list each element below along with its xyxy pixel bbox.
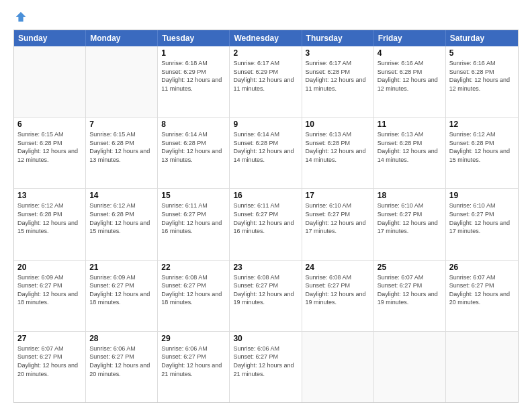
day-number: 26 <box>449 263 515 272</box>
calendar-cell: 4Sunrise: 6:16 AM Sunset: 6:28 PM Daylig… <box>374 46 446 117</box>
day-info: Sunrise: 6:12 AM Sunset: 6:28 PM Dayligh… <box>449 130 515 164</box>
calendar-cell: 22Sunrise: 6:08 AM Sunset: 6:27 PM Dayli… <box>158 261 230 331</box>
day-number: 23 <box>233 263 298 272</box>
day-number: 21 <box>89 263 154 272</box>
calendar-cell: 10Sunrise: 6:13 AM Sunset: 6:28 PM Dayli… <box>302 118 374 188</box>
calendar-cell: 28Sunrise: 6:06 AM Sunset: 6:27 PM Dayli… <box>86 332 158 402</box>
calendar-cell: 19Sunrise: 6:10 AM Sunset: 6:27 PM Dayli… <box>446 189 518 259</box>
page: SundayMondayTuesdayWednesdayThursdayFrid… <box>0 0 532 411</box>
day-number: 27 <box>17 334 82 343</box>
calendar-cell: 23Sunrise: 6:08 AM Sunset: 6:27 PM Dayli… <box>230 261 302 331</box>
calendar-cell <box>14 46 86 117</box>
calendar-cell: 18Sunrise: 6:10 AM Sunset: 6:27 PM Dayli… <box>374 189 446 259</box>
day-info: Sunrise: 6:08 AM Sunset: 6:27 PM Dayligh… <box>306 273 370 307</box>
cal-header-day: Thursday <box>302 30 374 46</box>
logo <box>13 11 27 23</box>
calendar-cell: 3Sunrise: 6:17 AM Sunset: 6:28 PM Daylig… <box>302 46 374 117</box>
day-number: 11 <box>378 120 442 129</box>
calendar-cell: 9Sunrise: 6:14 AM Sunset: 6:28 PM Daylig… <box>230 118 302 188</box>
calendar-cell: 26Sunrise: 6:07 AM Sunset: 6:27 PM Dayli… <box>446 261 518 331</box>
calendar-cell: 7Sunrise: 6:15 AM Sunset: 6:28 PM Daylig… <box>86 118 158 188</box>
day-number: 6 <box>17 120 82 129</box>
day-number: 25 <box>378 263 442 272</box>
calendar-cell: 1Sunrise: 6:18 AM Sunset: 6:29 PM Daylig… <box>158 46 230 117</box>
calendar-cell: 5Sunrise: 6:16 AM Sunset: 6:28 PM Daylig… <box>446 46 518 117</box>
day-number: 9 <box>233 120 298 129</box>
day-number: 7 <box>89 120 154 129</box>
day-info: Sunrise: 6:11 AM Sunset: 6:27 PM Dayligh… <box>233 201 298 235</box>
day-info: Sunrise: 6:06 AM Sunset: 6:27 PM Dayligh… <box>161 345 226 378</box>
day-info: Sunrise: 6:15 AM Sunset: 6:28 PM Dayligh… <box>17 130 82 164</box>
day-number: 30 <box>233 334 298 343</box>
day-number: 19 <box>449 191 515 200</box>
calendar-cell: 16Sunrise: 6:11 AM Sunset: 6:27 PM Dayli… <box>230 189 302 259</box>
day-number: 22 <box>161 263 226 272</box>
day-number: 10 <box>306 120 370 129</box>
day-number: 4 <box>378 48 442 58</box>
day-info: Sunrise: 6:16 AM Sunset: 6:28 PM Dayligh… <box>378 59 442 93</box>
day-info: Sunrise: 6:07 AM Sunset: 6:27 PM Dayligh… <box>17 345 82 378</box>
day-number: 3 <box>306 48 370 58</box>
day-info: Sunrise: 6:09 AM Sunset: 6:27 PM Dayligh… <box>89 273 154 307</box>
day-info: Sunrise: 6:12 AM Sunset: 6:28 PM Dayligh… <box>89 201 154 235</box>
calendar-row: 13Sunrise: 6:12 AM Sunset: 6:28 PM Dayli… <box>14 188 518 259</box>
calendar-cell <box>446 332 518 402</box>
day-number: 17 <box>306 191 370 200</box>
day-number: 18 <box>378 191 442 200</box>
calendar-cell: 8Sunrise: 6:14 AM Sunset: 6:28 PM Daylig… <box>158 118 230 188</box>
day-info: Sunrise: 6:08 AM Sunset: 6:27 PM Dayligh… <box>233 273 298 307</box>
calendar-row: 1Sunrise: 6:18 AM Sunset: 6:29 PM Daylig… <box>14 46 518 117</box>
day-number: 29 <box>161 334 226 343</box>
calendar-row: 27Sunrise: 6:07 AM Sunset: 6:27 PM Dayli… <box>14 331 518 402</box>
calendar-cell: 24Sunrise: 6:08 AM Sunset: 6:27 PM Dayli… <box>302 261 374 331</box>
calendar-cell <box>374 332 446 402</box>
calendar-cell: 15Sunrise: 6:11 AM Sunset: 6:27 PM Dayli… <box>158 189 230 259</box>
calendar-cell: 13Sunrise: 6:12 AM Sunset: 6:28 PM Dayli… <box>14 189 86 259</box>
calendar-cell: 30Sunrise: 6:06 AM Sunset: 6:27 PM Dayli… <box>230 332 302 402</box>
calendar-cell: 29Sunrise: 6:06 AM Sunset: 6:27 PM Dayli… <box>158 332 230 402</box>
day-number: 8 <box>161 120 226 129</box>
day-info: Sunrise: 6:09 AM Sunset: 6:27 PM Dayligh… <box>17 273 82 307</box>
day-info: Sunrise: 6:07 AM Sunset: 6:27 PM Dayligh… <box>449 273 515 307</box>
day-info: Sunrise: 6:07 AM Sunset: 6:27 PM Dayligh… <box>378 273 442 307</box>
day-info: Sunrise: 6:06 AM Sunset: 6:27 PM Dayligh… <box>89 345 154 378</box>
cal-header-day: Wednesday <box>230 30 302 46</box>
calendar-header: SundayMondayTuesdayWednesdayThursdayFrid… <box>14 30 518 46</box>
cal-header-day: Friday <box>374 30 446 46</box>
calendar-body: 1Sunrise: 6:18 AM Sunset: 6:29 PM Daylig… <box>14 46 518 402</box>
day-info: Sunrise: 6:06 AM Sunset: 6:27 PM Dayligh… <box>233 345 298 378</box>
day-number: 14 <box>89 191 154 200</box>
day-number: 15 <box>161 191 226 200</box>
calendar-row: 20Sunrise: 6:09 AM Sunset: 6:27 PM Dayli… <box>14 260 518 331</box>
logo-icon <box>15 11 27 23</box>
day-info: Sunrise: 6:15 AM Sunset: 6:28 PM Dayligh… <box>89 130 154 164</box>
cal-header-day: Sunday <box>14 30 86 46</box>
day-number: 20 <box>17 263 82 272</box>
day-number: 24 <box>306 263 370 272</box>
calendar-cell: 17Sunrise: 6:10 AM Sunset: 6:27 PM Dayli… <box>302 189 374 259</box>
cal-header-day: Saturday <box>446 30 518 46</box>
calendar-cell: 14Sunrise: 6:12 AM Sunset: 6:28 PM Dayli… <box>86 189 158 259</box>
calendar-row: 6Sunrise: 6:15 AM Sunset: 6:28 PM Daylig… <box>14 117 518 188</box>
day-info: Sunrise: 6:17 AM Sunset: 6:28 PM Dayligh… <box>306 59 370 93</box>
calendar-cell: 21Sunrise: 6:09 AM Sunset: 6:27 PM Dayli… <box>86 261 158 331</box>
cal-header-day: Tuesday <box>158 30 230 46</box>
day-info: Sunrise: 6:18 AM Sunset: 6:29 PM Dayligh… <box>161 59 226 93</box>
day-number: 13 <box>17 191 82 200</box>
day-number: 1 <box>161 48 226 58</box>
day-number: 2 <box>233 48 298 58</box>
day-number: 16 <box>233 191 298 200</box>
calendar-cell: 27Sunrise: 6:07 AM Sunset: 6:27 PM Dayli… <box>14 332 86 402</box>
cal-header-day: Monday <box>86 30 158 46</box>
calendar-cell: 6Sunrise: 6:15 AM Sunset: 6:28 PM Daylig… <box>14 118 86 188</box>
day-info: Sunrise: 6:13 AM Sunset: 6:28 PM Dayligh… <box>378 130 442 164</box>
calendar-cell <box>86 46 158 117</box>
day-info: Sunrise: 6:10 AM Sunset: 6:27 PM Dayligh… <box>449 201 515 235</box>
calendar-cell: 25Sunrise: 6:07 AM Sunset: 6:27 PM Dayli… <box>374 261 446 331</box>
header <box>13 11 519 23</box>
day-info: Sunrise: 6:10 AM Sunset: 6:27 PM Dayligh… <box>378 201 442 235</box>
day-info: Sunrise: 6:14 AM Sunset: 6:28 PM Dayligh… <box>233 130 298 164</box>
day-info: Sunrise: 6:17 AM Sunset: 6:29 PM Dayligh… <box>233 59 298 93</box>
calendar-cell <box>302 332 374 402</box>
day-info: Sunrise: 6:13 AM Sunset: 6:28 PM Dayligh… <box>306 130 370 164</box>
